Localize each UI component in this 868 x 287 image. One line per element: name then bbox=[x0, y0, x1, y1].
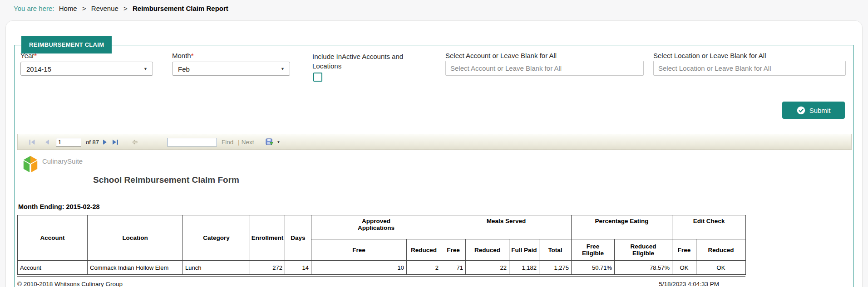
cell-category: Lunch bbox=[183, 261, 250, 275]
report-viewer-toolbar: of 87 Find bbox=[17, 134, 852, 150]
group-header-percentage-eating: Percentage Eating bbox=[572, 215, 672, 239]
page-number-input[interactable] bbox=[56, 138, 81, 146]
sub-header-full-paid: Full Paid bbox=[509, 239, 539, 261]
report-body: CulinarySuite School Reimbursement Claim… bbox=[17, 151, 852, 287]
export-save-icon bbox=[266, 138, 274, 146]
month-ending-label: Month Ending: 2015-02-28 bbox=[18, 203, 852, 210]
breadcrumb-revenue[interactable]: Revenue bbox=[91, 5, 118, 12]
back-to-parent-icon bbox=[132, 139, 138, 145]
sub-header-reduced-eligible: Reduced Eligible bbox=[615, 239, 672, 261]
location-input[interactable] bbox=[653, 61, 846, 76]
column-header-location: Location bbox=[88, 215, 183, 261]
claim-table: Account Location Category Enrollment Day… bbox=[17, 215, 746, 275]
export-caret-icon[interactable]: ▼ bbox=[276, 140, 280, 144]
month-label-text: Month bbox=[172, 52, 191, 59]
cell-full-paid: 1,182 bbox=[509, 261, 539, 275]
breadcrumb-prefix: You are here: bbox=[14, 5, 54, 12]
last-page-icon bbox=[112, 139, 119, 145]
cell-aa-reduced: 2 bbox=[407, 261, 441, 275]
account-input[interactable] bbox=[445, 61, 644, 76]
cell-aa-free: 10 bbox=[311, 261, 407, 275]
report-logo: CulinarySuite bbox=[22, 155, 852, 174]
logo-text: CulinarySuite bbox=[42, 157, 83, 165]
year-select-value: 2014-15 bbox=[26, 65, 51, 73]
back-to-parent-button[interactable] bbox=[132, 139, 138, 145]
submit-button-label: Submit bbox=[809, 107, 831, 114]
cell-ec-free: OK bbox=[672, 261, 696, 275]
sub-header-aa-free: Free bbox=[311, 239, 407, 261]
previous-page-button[interactable] bbox=[44, 139, 49, 145]
reimbursement-claim-panel: REIMBURSEMENT CLAIM Year* 2014-15 ▼ Mont… bbox=[14, 45, 854, 287]
cell-enrollment: 272 bbox=[250, 261, 285, 275]
cell-total: 1,275 bbox=[539, 261, 572, 275]
breadcrumb-current-page: Reimbursement Claim Report bbox=[133, 5, 228, 12]
find-link[interactable]: Find bbox=[222, 139, 233, 146]
first-page-icon bbox=[29, 139, 35, 145]
check-circle-icon bbox=[797, 106, 805, 115]
next-page-icon bbox=[103, 139, 108, 145]
content-card: REIMBURSEMENT CLAIM Year* 2014-15 ▼ Mont… bbox=[5, 20, 863, 287]
year-label-text: Year bbox=[20, 52, 34, 59]
sub-header-aa-reduced: Reduced bbox=[407, 239, 441, 261]
month-select[interactable]: Feb ▼ bbox=[172, 62, 290, 76]
page: You are here: Home > Revenue > Reimburse… bbox=[0, 0, 868, 287]
location-label: Select Location or Leave Blank for All bbox=[653, 52, 766, 59]
column-header-enrollment: Enrollment bbox=[250, 215, 285, 261]
cell-ms-reduced: 22 bbox=[466, 261, 509, 275]
required-asterisk: * bbox=[34, 52, 37, 59]
month-select-value: Feb bbox=[178, 65, 190, 73]
month-label: Month* bbox=[172, 52, 194, 59]
copyright-text: © 2010-2018 Whitsons Culinary Group bbox=[17, 281, 123, 287]
column-header-category: Category bbox=[183, 215, 250, 261]
last-page-button[interactable] bbox=[112, 139, 119, 145]
cell-reduced-eligible: 78.57% bbox=[615, 261, 672, 275]
first-page-button[interactable] bbox=[29, 139, 35, 145]
table-row: Account Commack Indian Hollow Elem Lunch… bbox=[18, 261, 746, 275]
cell-account: Account bbox=[18, 261, 88, 275]
report-title: School Reimbursement Claim Form bbox=[93, 175, 852, 185]
sub-header-ms-reduced: Reduced bbox=[466, 239, 509, 261]
cell-free-eligible: 50.71% bbox=[572, 261, 615, 275]
breadcrumb-separator: > bbox=[82, 5, 86, 12]
cell-ms-free: 71 bbox=[441, 261, 466, 275]
breadcrumb-separator: > bbox=[123, 5, 128, 12]
cell-ec-reduced: OK bbox=[696, 261, 746, 275]
group-header-approved-applications: Approved Applications bbox=[311, 215, 441, 239]
culinarysuite-logo-icon bbox=[22, 155, 39, 174]
group-header-edit-check: Edit Check bbox=[672, 215, 746, 239]
chevron-down-icon: ▼ bbox=[281, 62, 285, 76]
page-count-label: of 87 bbox=[86, 139, 99, 146]
execution-timestamp: 5/18/2023 4:04:33 PM bbox=[659, 281, 745, 287]
find-text-input[interactable] bbox=[167, 138, 217, 146]
group-header-text: Approved Applications bbox=[351, 218, 401, 231]
sub-header-total: Total bbox=[539, 239, 572, 261]
sub-header-ec-reduced: Reduced bbox=[696, 239, 746, 261]
table-group-header-row: Account Location Category Enrollment Day… bbox=[18, 215, 746, 239]
include-inactive-checkbox[interactable] bbox=[313, 73, 322, 82]
cell-location: Commack Indian Hollow Elem bbox=[88, 261, 183, 275]
group-header-meals-served: Meals Served bbox=[441, 215, 572, 239]
sub-header-free-eligible: Free Eligible bbox=[572, 239, 615, 261]
find-next-separator: | bbox=[238, 139, 240, 146]
sub-header-text: Full Paid bbox=[510, 247, 538, 253]
chevron-down-icon: ▼ bbox=[143, 62, 148, 76]
column-header-days: Days bbox=[285, 215, 311, 261]
sub-header-ms-free: Free bbox=[441, 239, 466, 261]
account-label: Select Account or Leave Blank for All bbox=[445, 52, 557, 59]
column-header-account: Account bbox=[18, 215, 88, 261]
next-page-button[interactable] bbox=[103, 139, 108, 145]
cell-days: 14 bbox=[285, 261, 311, 275]
year-label: Year* bbox=[20, 52, 37, 59]
submit-button[interactable]: Submit bbox=[782, 102, 845, 119]
sub-header-ec-free: Free bbox=[672, 239, 696, 261]
breadcrumb-home[interactable]: Home bbox=[59, 5, 77, 12]
previous-page-icon bbox=[44, 139, 49, 145]
include-inactive-label: Include InActive Accounts and Locations bbox=[312, 52, 421, 71]
next-link[interactable]: Next bbox=[242, 139, 254, 146]
panel-title-tab: REIMBURSEMENT CLAIM bbox=[21, 36, 112, 54]
report-footer: © 2010-2018 Whitsons Culinary Group 5/18… bbox=[17, 281, 745, 287]
report-footer-divider bbox=[17, 276, 745, 277]
year-select[interactable]: 2014-15 ▼ bbox=[20, 62, 153, 76]
export-button[interactable] bbox=[266, 138, 274, 146]
required-asterisk: * bbox=[191, 52, 194, 59]
